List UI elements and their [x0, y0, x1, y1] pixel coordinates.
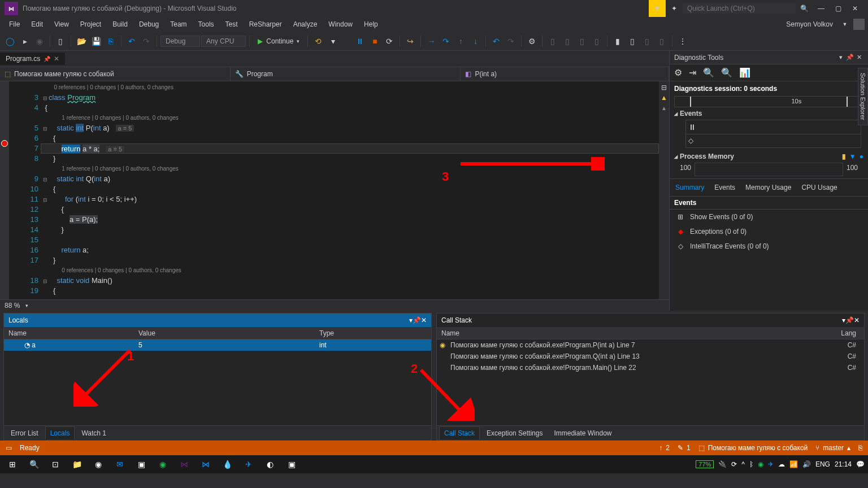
callstack-close-icon[interactable]: ✕ — [854, 316, 860, 324]
close-icon[interactable]: ✕ — [847, 0, 863, 17]
explorer-icon[interactable]: 📁 — [68, 456, 86, 472]
tab-immediate[interactable]: Immediate Window — [549, 427, 616, 439]
diag-tab-cpu[interactable]: CPU Usage — [800, 181, 838, 194]
battery-icon[interactable]: 77% — [696, 460, 714, 468]
pin-icon[interactable]: 📌 — [44, 56, 50, 62]
avatar[interactable] — [853, 19, 865, 30]
status-changes[interactable]: ✎ 1 — [678, 444, 691, 452]
step-out-icon[interactable]: ↑ — [454, 34, 467, 48]
tab-call-stack[interactable]: Call Stack — [439, 426, 480, 439]
telegram-icon[interactable]: ✈ — [240, 456, 258, 472]
t7-icon[interactable]: ⋮ — [676, 34, 689, 48]
status-publish[interactable]: ↑ 2 — [659, 444, 670, 452]
zoom-level[interactable]: 88 % — [5, 302, 20, 310]
menu-project[interactable]: Project — [75, 18, 107, 30]
nav-namespace[interactable]: ⬚Помогаю маме гуляю с собакой — [0, 67, 231, 81]
chrome-icon[interactable]: ◉ — [89, 456, 107, 472]
tab-locals[interactable]: Locals — [45, 426, 75, 439]
nav-class[interactable]: 🔧Program — [231, 67, 461, 81]
hotreload-icon[interactable]: ⟲ — [311, 34, 325, 48]
tray-time[interactable]: 21:14 — [835, 460, 852, 468]
tab-exception-settings[interactable]: Exception Settings — [482, 427, 547, 439]
event-row-intellitrace[interactable]: ◇IntelliTrace Events (0 of 0) — [670, 239, 868, 254]
sound-icon[interactable]: 🔊 — [802, 460, 811, 468]
quick-launch-input[interactable] — [683, 3, 796, 14]
nav-fwd-icon[interactable]: ▸ — [18, 34, 32, 48]
search-icon[interactable]: 🔍 — [796, 0, 813, 17]
scrollup-icon[interactable]: ▴ — [662, 104, 666, 112]
notification-icon[interactable]: ▼ — [649, 0, 666, 17]
app3-icon[interactable]: ▣ — [283, 456, 301, 472]
restart-icon[interactable]: ⟳ — [383, 34, 396, 48]
nav-back-icon[interactable]: ◯ — [3, 34, 17, 48]
bookmark2-icon[interactable]: ▯ — [626, 34, 639, 48]
platform-combo[interactable]: Any CPU — [201, 36, 246, 47]
menu-tools[interactable]: Tools — [193, 18, 220, 30]
terminal-icon[interactable]: ▣ — [132, 456, 150, 472]
zoom-dropdown-icon[interactable]: ▾ — [25, 303, 28, 308]
callstack-row-1[interactable]: Помогаю маме гуляю с собакой.exe!Program… — [437, 351, 864, 362]
next-statement-icon[interactable]: ↪ — [403, 34, 417, 48]
t3-icon[interactable]: ▯ — [575, 34, 589, 48]
locals-col-value[interactable]: Value — [134, 329, 315, 337]
locals-col-name[interactable]: Name — [4, 329, 134, 337]
status-repo-icon[interactable]: ⎘ — [858, 444, 862, 452]
diag-zoomout-icon[interactable]: 🔍 — [721, 67, 732, 78]
doc-tab-program[interactable]: Program.cs 📌 ✕ — [0, 53, 65, 65]
menu-view[interactable]: View — [49, 18, 75, 30]
notifications-icon[interactable]: 💬 — [856, 460, 865, 468]
code-content[interactable]: 0 references | 0 changes | 0 authors, 0 … — [43, 81, 659, 299]
tray-lang[interactable]: ENG — [815, 460, 830, 468]
tab-error-list[interactable]: Error List — [6, 427, 43, 439]
spotify-tray-icon[interactable]: ◉ — [758, 460, 763, 468]
menu-debug[interactable]: Debug — [133, 18, 164, 30]
mem-snapshot-icon[interactable]: ● — [860, 152, 863, 160]
bt-icon[interactable]: ᛒ — [749, 460, 753, 468]
diag-select-icon[interactable]: ⇥ — [689, 67, 696, 78]
diag-tab-events[interactable]: Events — [713, 181, 736, 194]
t6-icon[interactable]: ▯ — [655, 34, 669, 48]
callstack-col-name[interactable]: Name — [437, 329, 830, 337]
menu-test[interactable]: Test — [220, 18, 244, 30]
diag-dropdown-icon[interactable]: ▾ — [836, 54, 845, 61]
start-icon[interactable]: ⊞ — [3, 456, 21, 472]
stop-icon[interactable]: ■ — [368, 34, 381, 48]
onedrive-icon[interactable]: ☁ — [778, 460, 785, 468]
breakpoint-icon[interactable] — [1, 140, 8, 147]
step-over-icon[interactable]: ↷ — [439, 34, 453, 48]
diag-memory-head[interactable]: Process Memory ▮ ▼ ● — [670, 150, 868, 163]
save-icon[interactable]: 💾 — [89, 34, 103, 48]
locals-pin-icon[interactable]: 📌 — [413, 316, 421, 324]
vscode-icon[interactable]: ⋈ — [197, 456, 215, 472]
menu-team[interactable]: Team — [164, 18, 192, 30]
locals-close-icon[interactable]: ✕ — [421, 316, 427, 324]
taskview-icon[interactable]: ⊡ — [46, 456, 64, 472]
more-icon[interactable]: ▾ — [326, 34, 340, 48]
nav-fwd2-icon[interactable]: ◉ — [33, 34, 46, 48]
mem-gc-icon[interactable]: ▼ — [849, 152, 856, 160]
minimize-icon[interactable]: — — [813, 0, 830, 17]
menu-help[interactable]: Help — [358, 18, 384, 30]
maximize-icon[interactable]: ▢ — [830, 0, 847, 17]
wifi-icon[interactable]: 📶 — [789, 460, 798, 468]
warning-icon[interactable]: ▲ — [661, 94, 667, 102]
diag-tab-summary[interactable]: Summary — [674, 181, 705, 194]
step-into-icon[interactable]: → — [424, 34, 438, 48]
bookmark-icon[interactable]: ▮ — [611, 34, 624, 48]
continue-button[interactable]: ▶ Continue ▾ — [253, 36, 304, 46]
tray-up-icon[interactable]: ^ — [741, 460, 745, 468]
app1-icon[interactable]: 💧 — [218, 456, 236, 472]
feedback-icon[interactable]: ✦ — [666, 0, 683, 17]
diag-settings-icon[interactable]: ⚙ — [674, 67, 682, 78]
event-row-exceptions[interactable]: ◆Exceptions (0 of 0) — [670, 224, 868, 239]
locals-col-type[interactable]: Type — [315, 329, 431, 337]
search-task-icon[interactable]: 🔍 — [25, 456, 43, 472]
t1-icon[interactable]: ▯ — [546, 34, 559, 48]
diag-pin-icon[interactable]: 📌 — [845, 54, 854, 61]
t4-icon[interactable]: ▯ — [590, 34, 604, 48]
locals-row-a[interactable]: ◔ a 5 int — [4, 339, 431, 351]
code-area[interactable]: 34 5678 91011121314151617 1819 0 referen… — [0, 81, 669, 299]
t5-icon[interactable]: ▯ — [640, 34, 654, 48]
saveall-icon[interactable]: ⎘ — [104, 34, 118, 48]
config-combo[interactable]: Debug — [160, 36, 200, 47]
